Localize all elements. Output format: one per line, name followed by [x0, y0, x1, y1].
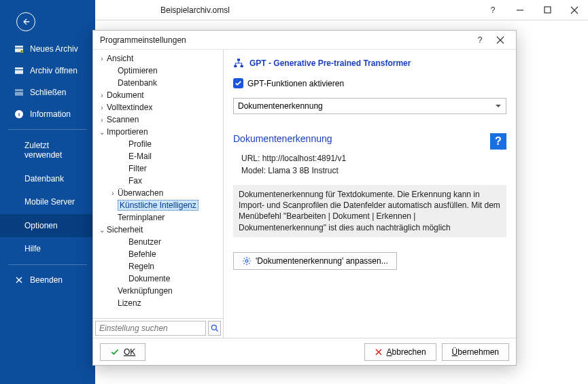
window-help-button[interactable]: ?	[479, 0, 506, 20]
tree-node-label: Lizenz	[118, 298, 141, 308]
window-titlebar: Beispielarchiv.omsl ?	[95, 0, 588, 20]
search-icon	[210, 324, 220, 333]
tree-node-label: Ansicht	[107, 54, 133, 63]
tree-node[interactable]: ⌄Sicherheit	[94, 224, 222, 236]
dialog-help-button[interactable]: ?	[470, 32, 490, 48]
cancel-button[interactable]: Abbrechen	[364, 343, 436, 361]
tree-node-label: Filter	[128, 164, 147, 173]
tree-node-label: Dokumente	[128, 274, 170, 283]
tree-node-label: Sicherheit	[107, 225, 143, 234]
tree-node[interactable]: Profile	[94, 138, 222, 150]
tree-node-label: Künstliche Intelligenz	[118, 200, 198, 211]
settings-search-button[interactable]	[208, 321, 221, 336]
sidebar-separator	[8, 264, 87, 265]
close-icon	[496, 36, 504, 44]
arrow-left-icon	[21, 17, 31, 27]
ok-button[interactable]: OK	[100, 343, 145, 361]
tree-node-label: Fax	[128, 176, 142, 186]
tree-node[interactable]: ›Scannen	[94, 114, 222, 126]
description-text: Dokumentenerkennung für Textdokumente. D…	[233, 185, 506, 237]
chevron-down-icon: ⌄	[97, 128, 107, 136]
exit-icon	[14, 275, 24, 285]
new-archive-icon	[14, 43, 24, 54]
svg-text:i: i	[18, 111, 20, 118]
sidebar-item-help[interactable]: Hilfe	[0, 237, 95, 260]
sidebar-item-label: Beenden	[30, 275, 63, 285]
settings-search-row	[93, 318, 223, 338]
svg-point-7	[245, 260, 248, 262]
tree-node[interactable]: Befehle	[94, 248, 222, 260]
back-button[interactable]	[16, 12, 35, 31]
tree-node[interactable]: Datenbank	[94, 77, 222, 89]
settings-search-input[interactable]	[95, 321, 206, 336]
svg-rect-2	[544, 7, 551, 13]
window-close-button[interactable]	[561, 0, 588, 20]
tree-node-label: Befehle	[128, 249, 156, 259]
tree-node[interactable]: Regeln	[94, 260, 222, 273]
sidebar-item-mobile-server[interactable]: Mobile Server	[0, 190, 95, 213]
gpt-function-select[interactable]: Dokumentenerkennung	[233, 98, 506, 114]
dialog-close-button[interactable]	[490, 32, 511, 48]
minimize-icon	[516, 6, 524, 14]
sidebar-item-label: Archiv öffnen	[30, 66, 77, 75]
tree-node[interactable]: ›Ansicht	[94, 52, 222, 65]
close-archive-icon	[14, 87, 24, 98]
customize-button[interactable]: 'Dokumentenerkennung' anpassen...	[233, 252, 397, 270]
tree-node[interactable]: Verknüpfungen	[94, 285, 222, 297]
tree-node[interactable]: Künstliche Intelligenz	[94, 199, 222, 211]
sidebar-item-label: Neues Archiv	[30, 44, 78, 54]
sidebar-item-database[interactable]: Datenbank	[0, 167, 95, 190]
gear-icon	[242, 256, 252, 266]
app-sidebar: Neues Archiv Archiv öffnen Schließen i I…	[0, 0, 95, 384]
sidebar-item-recent[interactable]: Zuletzt verwendet	[0, 134, 95, 167]
gpt-enable-checkbox[interactable]: GPT-Funktionen aktivieren	[233, 78, 506, 88]
tree-node-label: E-Mail	[128, 152, 152, 161]
tree-node[interactable]: Benutzer	[94, 236, 222, 248]
x-icon	[375, 348, 383, 356]
tree-node-label: Datenbank	[118, 78, 157, 88]
sidebar-item-information[interactable]: i Information	[0, 103, 95, 125]
settings-tree[interactable]: ›AnsichtOptimierenDatenbank›Dokument›Vol…	[93, 50, 223, 318]
sidebar-item-exit[interactable]: Beenden	[0, 269, 95, 291]
tree-node[interactable]: Filter	[94, 162, 222, 175]
chevron-down-icon	[495, 103, 502, 109]
sidebar-item-close[interactable]: Schließen	[0, 82, 95, 103]
tree-node[interactable]: Terminplaner	[94, 211, 222, 224]
checkbox-label: GPT-Funktionen aktivieren	[247, 79, 344, 88]
help-badge[interactable]: ?	[490, 133, 506, 150]
svg-rect-4	[237, 58, 240, 60]
tree-node[interactable]: ⌄Importieren	[94, 126, 222, 138]
chevron-down-icon: ⌄	[97, 226, 107, 234]
svg-rect-5	[234, 65, 237, 67]
tree-node[interactable]: Fax	[94, 175, 222, 187]
tree-node-label: Optimieren	[118, 66, 158, 75]
tree-node[interactable]: Lizenz	[94, 297, 222, 309]
sidebar-separator	[8, 129, 87, 130]
info-icon: i	[14, 109, 24, 120]
tree-node[interactable]: E-Mail	[94, 150, 222, 162]
gpt-url-value: URL: http://localhost:4891/v1	[241, 154, 506, 163]
chevron-right-icon: ›	[97, 92, 107, 99]
tree-node[interactable]: ›Überwachen	[94, 187, 222, 199]
sidebar-item-open-archive[interactable]: Archiv öffnen	[0, 60, 95, 82]
gpt-model-value: Model: Llama 3 8B Instruct	[241, 166, 506, 175]
svg-rect-6	[241, 65, 243, 67]
apply-button[interactable]: Übernehmen	[442, 343, 509, 361]
window-title: Beispielarchiv.omsl	[95, 5, 479, 15]
dialog-footer: OK Abbrechen Übernehmen	[93, 338, 516, 365]
tree-node-label: Benutzer	[128, 237, 161, 247]
tree-node[interactable]: Dokumente	[94, 273, 222, 285]
tree-node[interactable]: Optimieren	[94, 65, 222, 77]
sidebar-item-new-archive[interactable]: Neues Archiv	[0, 38, 95, 60]
tree-node[interactable]: ›Volltextindex	[94, 101, 222, 114]
tree-node[interactable]: ›Dokument	[94, 89, 222, 101]
window-minimize-button[interactable]	[506, 0, 534, 20]
check-icon	[110, 347, 120, 357]
sidebar-item-options[interactable]: Optionen	[0, 214, 95, 237]
tree-node-label: Dokument	[107, 90, 144, 100]
svg-point-3	[211, 325, 216, 330]
window-maximize-button[interactable]	[534, 0, 561, 20]
settings-content-pane: GPT - Generative Pre-trained Transformer…	[224, 50, 516, 338]
select-value: Dokumentenerkennung	[238, 101, 323, 111]
settings-tree-panel: ›AnsichtOptimierenDatenbank›Dokument›Vol…	[93, 50, 224, 338]
